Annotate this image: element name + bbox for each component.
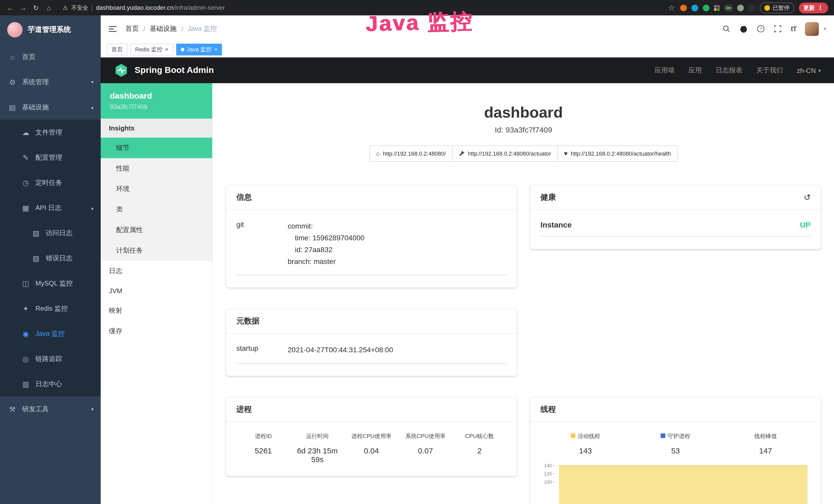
extension-icon-green[interactable]	[703, 4, 709, 11]
sba-menu-jvm[interactable]: JVM	[101, 281, 212, 300]
sba-menu-logs[interactable]: 日志	[101, 261, 212, 281]
instance-header[interactable]: dashboard 93a3fc7f7409	[101, 83, 212, 119]
y-axis-tick: 140	[541, 463, 555, 468]
actuator-url-link[interactable]: http://192.168.0.2:48080/actuator	[452, 145, 557, 162]
wrench-icon	[459, 151, 465, 157]
update-label: 更新	[804, 4, 815, 12]
breadcrumb-infrastructure[interactable]: 基础设施	[150, 24, 176, 33]
url-text: dashboard.yudao.iocoder.cn/infra/admin-s…	[96, 4, 225, 11]
security-warning-label[interactable]: 不安全	[71, 4, 88, 12]
sba-nav: 应用墙 应用 日志报表 关于我们 zh-CN ▾	[655, 66, 821, 75]
menu-label: 系统管理	[22, 77, 49, 87]
menu-label: 配置管理	[36, 153, 62, 162]
sba-nav-applications[interactable]: 应用	[688, 66, 702, 75]
reload-icon[interactable]: ↻	[32, 4, 40, 12]
extension-icon-orange[interactable]	[680, 4, 687, 11]
close-icon[interactable]: ×	[214, 47, 218, 52]
paused-badge[interactable]: 已暂停	[760, 2, 794, 13]
stat-uptime: 运行时间 6d 23h 15m 59s	[290, 433, 344, 464]
sba-menu-metrics[interactable]: 性能	[101, 158, 212, 179]
tag-redis-monitor[interactable]: Redis 监控 ×	[130, 44, 173, 55]
sba-nav-about[interactable]: 关于我们	[756, 66, 783, 75]
sidebar-item-java-monitor[interactable]: ◉ Java 监控	[0, 321, 101, 346]
hamburger-icon[interactable]	[109, 24, 118, 33]
history-icon[interactable]: ↺	[804, 192, 811, 202]
paused-label: 已暂停	[773, 4, 790, 12]
avatar-caret-icon[interactable]: ▾	[824, 26, 826, 31]
update-button[interactable]: 更新⋮	[799, 2, 828, 13]
locale-select[interactable]: zh-CN ▾	[797, 67, 821, 74]
threads-chart: 140 120 100	[541, 463, 811, 504]
sidebar-item-error-logs[interactable]: ▧ 错误日志	[0, 246, 101, 271]
tag-java-monitor[interactable]: Java 监控 ×	[176, 44, 222, 55]
sidebar-item-api-logs[interactable]: ▦ API 日志 ▴	[0, 195, 101, 220]
sba-menu-caches[interactable]: 缓存	[101, 321, 212, 342]
sidebar-item-infrastructure[interactable]: ▤ 基础设施 ▴	[0, 94, 101, 120]
sba-menu-details[interactable]: 细节	[101, 138, 212, 158]
search-icon[interactable]	[723, 25, 731, 33]
app-logo[interactable]: 芋道管理系统	[0, 16, 101, 44]
url-domain: dashboard.yudao.iocoder.cn	[96, 4, 174, 11]
info-card-body: git commit: time: 1596289704000 id: 27aa…	[226, 210, 517, 288]
instance-links: ⌂ http://192.168.0.2:48080/ http://192.1…	[226, 145, 821, 162]
extension-grid-icon[interactable]	[714, 5, 720, 10]
app-window: 芋道管理系统 ⌂ 首页 ⚙ 系统管理 ▾ ▤ 基础设施 ▴	[0, 16, 834, 504]
info-git-value: commit: time: 1596289704000 id: 27aa832 …	[288, 220, 365, 268]
git-id-line: id: 27aa832	[288, 244, 365, 256]
sba-menu-config-properties[interactable]: 配置属性	[101, 220, 212, 240]
menu-label: 研发工具	[22, 404, 49, 414]
sba-menu-scheduled-tasks[interactable]: 计划任务	[101, 240, 212, 261]
url-path: /infra/admin-server	[173, 4, 225, 11]
sidebar-item-file-management[interactable]: ☁ 文件管理	[0, 120, 101, 145]
sba-nav-journal[interactable]: 日志报表	[716, 66, 742, 75]
forward-icon[interactable]: →	[19, 4, 27, 12]
sba-menu-mappings[interactable]: 映射	[101, 300, 212, 321]
git-commit-line: commit:	[288, 220, 365, 232]
bookmark-star-icon[interactable]: ☆	[667, 4, 676, 12]
metadata-value: 2021-04-27T00:44:31.254+08:00	[288, 344, 393, 356]
back-icon[interactable]: ←	[6, 4, 14, 12]
menu-label: 链路追踪	[36, 354, 62, 363]
sba-menu-environment[interactable]: 环境	[101, 179, 212, 199]
stat-daemon-threads: 守护进程 53	[631, 433, 721, 455]
health-url-link[interactable]: ♥ http://192.168.0.2:48080/actuator/heal…	[557, 145, 677, 162]
breadcrumb: 首页 / 基础设施 / Java 监控	[125, 24, 217, 33]
sba-nav-wallboard[interactable]: 应用墙	[655, 66, 675, 75]
metadata-card-header: 元数据	[226, 310, 517, 334]
sidebar-item-home[interactable]: ⌂ 首页	[0, 44, 101, 69]
extension-leaf-icon[interactable]	[737, 4, 744, 11]
close-icon[interactable]: ×	[165, 47, 168, 52]
sidebar-item-log-center[interactable]: ▥ 日志中心	[0, 371, 101, 396]
extension-on-badge[interactable]: on	[724, 4, 732, 11]
mysql-icon: ◫	[22, 279, 30, 287]
info-card: 信息 git commit: time: 1596289704000 id: 2	[226, 185, 517, 288]
extension-puzzle-icon[interactable]	[748, 4, 755, 11]
extension-icon-blue[interactable]	[692, 4, 698, 11]
browser-home-icon[interactable]: ⌂	[45, 4, 53, 12]
detail-cards: 信息 git commit: time: 1596289704000 id: 2	[226, 185, 821, 504]
service-url-link[interactable]: ⌂ http://192.168.0.2:48080/	[369, 145, 452, 162]
sidebar-item-scheduled-tasks[interactable]: ◷ 定时任务	[0, 170, 101, 195]
help-icon[interactable]: ?	[757, 25, 765, 33]
menu-label: 定时任务	[36, 178, 62, 187]
address-bar[interactable]: ⚠ 不安全 dashboard.yudao.iocoder.cn/infra/a…	[58, 4, 663, 12]
font-size-icon[interactable]: tT	[791, 25, 796, 33]
tag-home[interactable]: 首页	[107, 44, 127, 55]
sidebar-item-trace[interactable]: ◎ 链路追踪	[0, 346, 101, 371]
fullscreen-icon[interactable]	[774, 25, 782, 33]
sba-menu-classes[interactable]: 类	[101, 199, 212, 220]
sidebar-item-mysql-monitor[interactable]: ◫ MySQL 监控	[0, 271, 101, 296]
user-avatar[interactable]	[805, 22, 819, 36]
gear-icon: ⚙	[8, 78, 17, 86]
sidebar-item-config-management[interactable]: ✎ 配置管理	[0, 145, 101, 170]
browser-menu-icon[interactable]: ⋮	[817, 4, 824, 11]
browser-chrome: ← → ↻ ⌂ ⚠ 不安全 dashboard.yudao.iocoder.cn…	[0, 0, 834, 16]
breadcrumb-home[interactable]: 首页	[125, 24, 139, 33]
sidebar-item-access-logs[interactable]: ▨ 访问日志	[0, 220, 101, 246]
sidebar-item-redis-monitor[interactable]: ✦ Redis 监控	[0, 296, 101, 321]
redis-icon: ✦	[22, 304, 30, 313]
sidebar-item-system-management[interactable]: ⚙ 系统管理 ▾	[0, 69, 101, 94]
github-icon[interactable]	[740, 24, 748, 33]
api-log-icon: ▦	[22, 204, 30, 212]
sidebar-item-dev-tools[interactable]: ⚒ 研发工具 ▾	[0, 396, 101, 421]
